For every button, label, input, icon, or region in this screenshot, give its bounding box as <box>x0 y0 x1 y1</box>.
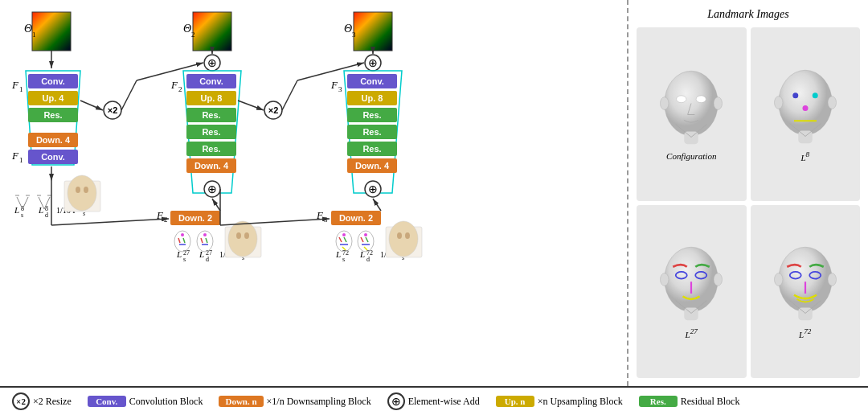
down-block-icon: Down. n <box>219 396 263 407</box>
arrow-to-col2-down2 <box>51 219 169 225</box>
col1-face-eye1 <box>76 187 80 193</box>
col2-add-bottom-label: ⊕ <box>207 183 217 195</box>
svg-point-37 <box>696 96 706 103</box>
arrow-col1-to-resize <box>80 101 103 110</box>
diagram-area: Θ 1 F 1 Conv. Up. 4 Res. Down. 4 <box>0 0 627 386</box>
f1-top-label: F <box>11 79 19 91</box>
col3-face-ellipse <box>389 221 418 257</box>
architecture-diagram: Θ 1 F 1 Conv. Up. 4 Res. Down. 4 <box>8 8 619 346</box>
add-text: Element-wise Add <box>408 396 480 408</box>
col3-up8-label: Up. 8 <box>362 93 383 103</box>
svg-point-36 <box>677 96 686 103</box>
col3-down2-label: Down. 2 <box>339 213 373 223</box>
legend-add: ⊕ Element-wise Add <box>387 392 480 410</box>
svg-line-17 <box>206 238 207 243</box>
svg-point-34 <box>661 97 669 110</box>
svg-line-11 <box>178 238 180 243</box>
l8-label: L8 <box>800 150 809 162</box>
col2-down2-label: Down. 2 <box>178 213 212 223</box>
col2-res1-label: Res. <box>202 110 220 120</box>
col2-landmark-d <box>197 231 213 252</box>
l72-label: L72 <box>799 327 811 339</box>
col1-up4-label: Up. 4 <box>43 93 65 103</box>
f1-bottom-subscript: 1 <box>19 156 23 164</box>
col3-res1-label: Res. <box>362 110 381 120</box>
f1-bottom-label: F <box>11 150 19 162</box>
col3-add-top-label: ⊕ <box>368 56 378 69</box>
svg-point-14 <box>181 233 184 236</box>
col2-face-eye2 <box>244 232 249 239</box>
col2-face-ellipse <box>228 221 257 257</box>
arrow-resize-to-col3a <box>282 80 297 110</box>
arrow-col3-down2-to-plus <box>373 199 381 211</box>
svg-line-16 <box>201 238 203 243</box>
svg-line-3 <box>17 181 28 197</box>
f1-top-subscript: 1 <box>19 85 23 93</box>
col3-down4-label: Down. 4 <box>355 161 390 171</box>
face-l8-svg <box>757 66 854 150</box>
conv-block-icon: Conv. <box>88 396 126 407</box>
resize-circle-icon: ×2 <box>12 392 30 410</box>
theta2-gradient <box>193 12 231 51</box>
col3-face-eye1 <box>397 232 402 239</box>
arrow-resize-to-col2 <box>121 80 137 110</box>
ls8-label: L <box>14 205 19 215</box>
legend-res: Res. Residual Block <box>639 396 740 408</box>
ls27-sub: s <box>183 256 186 263</box>
col2-down4-label: Down. 4 <box>194 161 229 171</box>
add-circle-icon: ⊕ <box>387 392 405 410</box>
arrow-down2-to-plus <box>212 199 220 211</box>
theta2-label: Θ <box>183 23 191 35</box>
face-l72-svg <box>757 243 854 327</box>
up-description: ×n Upsampling Block <box>538 396 623 408</box>
res-block-icon: Res. <box>639 396 678 407</box>
svg-point-49 <box>714 273 723 286</box>
col2-res3-label: Res. <box>202 144 220 154</box>
ld8-sub: d <box>45 212 48 219</box>
legend-bar: ×2 ×2 Resize Conv. Convolution Block Dow… <box>0 386 868 415</box>
col2-face-eye1 <box>236 232 241 239</box>
col3-res2-label: Res. <box>362 127 381 137</box>
col3-res3-label: Res. <box>362 144 381 154</box>
col1-res-label: Res. <box>43 110 62 120</box>
col3-landmark-s <box>336 231 352 252</box>
svg-point-25 <box>342 233 346 236</box>
col2-up8-label: Up. 8 <box>201 93 223 103</box>
arrow-to-col3-down2 <box>220 219 330 225</box>
face-l27: L27 <box>637 205 747 379</box>
up-block-icon: Up. n <box>496 396 534 407</box>
theta2-subscript: 2 <box>191 31 195 39</box>
svg-line-28 <box>366 237 368 242</box>
svg-line-2 <box>23 197 28 209</box>
legend-down: Down. n ×1/n Downsampling Block <box>219 396 371 408</box>
f3-label: F <box>330 79 338 91</box>
col1-conv-label: Conv. <box>41 76 65 86</box>
face-config: Configuration <box>637 27 747 201</box>
face-l8: L8 <box>751 27 861 201</box>
theta1-label: Θ <box>24 23 32 35</box>
svg-point-43 <box>813 92 818 98</box>
right-panel: Landmark Images <box>627 0 868 386</box>
col3-add-bottom-label: ⊕ <box>368 183 378 195</box>
col1-down4-label: Down. 4 <box>36 135 71 145</box>
ls8-sub: s <box>21 212 23 219</box>
col3-landmark-d <box>358 231 374 252</box>
theta3-label: Θ <box>344 23 352 35</box>
svg-point-48 <box>661 273 669 286</box>
legend-up: Up. n ×n Upsampling Block <box>496 396 623 408</box>
theta1-subscript: 1 <box>32 31 36 39</box>
legend-resize: ×2 ×2 Resize <box>12 392 72 410</box>
face-grid: Configuration L8 <box>637 27 860 378</box>
face-l72: L72 <box>751 205 861 379</box>
col2-landmark-s <box>174 231 190 252</box>
legend-conv: Conv. Convolution Block <box>88 396 203 408</box>
ld27-sub: d <box>206 256 209 263</box>
f2-label: F <box>170 79 178 91</box>
f2-subscript: 2 <box>178 85 182 93</box>
svg-line-21 <box>339 237 342 242</box>
svg-point-35 <box>714 97 723 110</box>
col1-resize-label: ×2 <box>108 105 118 115</box>
svg-point-46 <box>665 248 719 313</box>
svg-point-44 <box>802 105 808 111</box>
col2-conv-label: Conv. <box>199 76 223 86</box>
